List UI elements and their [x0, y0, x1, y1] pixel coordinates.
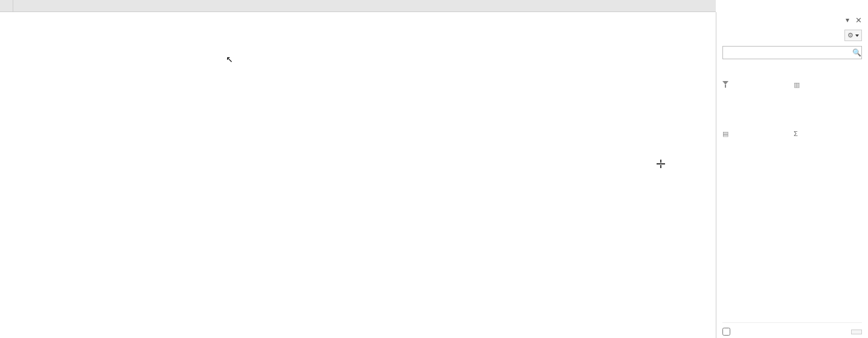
area-values[interactable]: [794, 129, 861, 175]
cursor-arrow-icon: ↖: [226, 54, 233, 64]
column-headers: [0, 0, 716, 12]
area-columns[interactable]: [794, 80, 861, 126]
search-icon[interactable]: 🔍: [852, 48, 861, 57]
pivot-field-panel: ▾ ✕ ⚙ 🔍: [716, 12, 868, 338]
filter-icon: [722, 81, 728, 87]
spreadsheet-area[interactable]: ↖: [0, 0, 716, 338]
panel-menu-icon[interactable]: ▾: [846, 16, 849, 25]
search-input-wrap[interactable]: 🔍: [722, 46, 862, 59]
columns-icon: [794, 81, 800, 89]
search-input[interactable]: [723, 47, 852, 59]
area-rows[interactable]: [722, 129, 790, 175]
defer-update-checkbox[interactable]: [722, 328, 733, 336]
update-button[interactable]: [851, 330, 862, 334]
cursor-plus-icon: [656, 159, 664, 167]
select-all-corner[interactable]: [0, 0, 13, 11]
rows-icon: [722, 130, 728, 138]
gear-icon[interactable]: ⚙: [844, 30, 862, 41]
sigma-icon: [794, 130, 798, 137]
close-icon[interactable]: ✕: [855, 16, 862, 25]
area-filters[interactable]: [722, 80, 790, 126]
